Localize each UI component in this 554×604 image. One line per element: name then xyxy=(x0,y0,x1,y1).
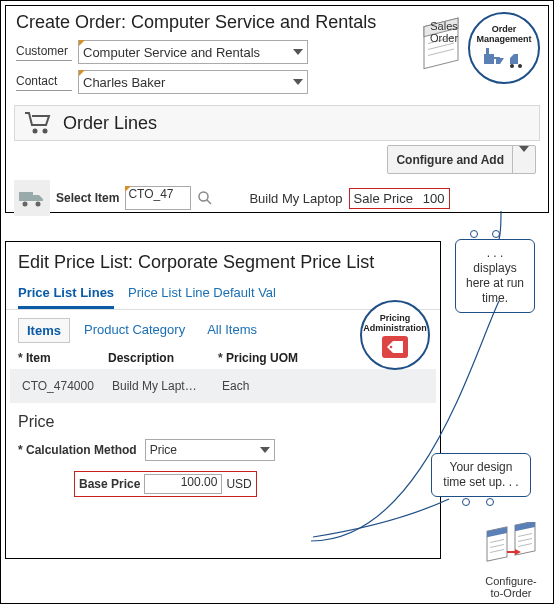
pricing-administration-badge: Pricing Administration xyxy=(360,300,430,370)
pricing-tag-icon xyxy=(382,336,408,358)
svg-point-14 xyxy=(510,64,514,68)
calc-method-value: Price xyxy=(150,443,177,457)
search-icon[interactable] xyxy=(197,190,213,206)
order-management-badge: Order Management xyxy=(468,12,540,84)
contact-label: Contact xyxy=(16,74,72,91)
callout-design: Your design time set up. . . xyxy=(431,453,531,497)
base-price-value: 100.00 xyxy=(181,475,218,489)
contact-value: Charles Baker xyxy=(83,75,165,90)
factory-truck-icon xyxy=(482,44,526,72)
table-row[interactable]: CTO_474000 Build My Lapt… Each xyxy=(10,369,436,403)
customer-label: Customer xyxy=(16,44,72,61)
col-pricing-uom: Pricing UOM xyxy=(218,351,328,365)
col-item: Item xyxy=(18,351,108,365)
tab-price-list-line-default[interactable]: Price List Line Default Val xyxy=(128,279,276,309)
build-my-laptop-label: Build My Laptop xyxy=(249,191,342,206)
edit-price-list-panel: Edit Price List: Corporate Segment Price… xyxy=(5,241,441,559)
sale-price-box: Sale Price 100 xyxy=(349,188,450,209)
svg-point-15 xyxy=(518,64,522,68)
subtab-items[interactable]: Items xyxy=(18,318,70,343)
truck-icon xyxy=(14,180,50,216)
currency-label: USD xyxy=(226,477,251,491)
configure-to-order-icon xyxy=(483,522,541,573)
cell-description: Build My Lapt… xyxy=(112,379,222,393)
sales-order-label: Sales Order xyxy=(424,20,464,44)
cell-uom: Each xyxy=(222,379,332,393)
svg-point-1 xyxy=(43,129,48,134)
col-description: Description xyxy=(108,351,218,365)
sale-price-value: 100 xyxy=(423,191,445,206)
base-price-box: Base Price 100.00 USD xyxy=(74,471,257,497)
svg-line-6 xyxy=(207,200,211,204)
order-management-label: Order Management xyxy=(476,24,531,44)
order-lines-header: Order Lines xyxy=(14,105,540,141)
svg-rect-2 xyxy=(19,192,33,201)
configure-to-order-label: Configure- to-Order xyxy=(475,575,547,599)
svg-point-5 xyxy=(199,192,208,201)
edit-price-list-title: Edit Price List: Corporate Segment Price… xyxy=(6,242,440,279)
contact-select[interactable]: Charles Baker xyxy=(78,70,308,94)
cart-icon xyxy=(23,110,55,136)
chevron-down-icon xyxy=(293,79,303,85)
tab-price-list-lines[interactable]: Price List Lines xyxy=(18,279,114,309)
calc-method-row: Calculation Method Price xyxy=(6,435,440,465)
calc-method-select[interactable]: Price xyxy=(145,439,275,461)
base-price-label: Base Price xyxy=(79,477,140,491)
configure-and-add-label: Configure and Add xyxy=(388,149,512,171)
chevron-down-icon xyxy=(260,447,270,453)
svg-point-3 xyxy=(23,202,28,207)
configure-and-add-split[interactable] xyxy=(512,146,535,173)
item-code-input[interactable]: CTO_47 xyxy=(125,186,191,210)
chevron-down-icon xyxy=(519,146,529,167)
item-row: Select Item CTO_47 Build My Laptop Sale … xyxy=(6,176,548,224)
subtab-all-items[interactable]: All Items xyxy=(199,318,265,343)
cell-item: CTO_474000 xyxy=(22,379,112,393)
svg-point-4 xyxy=(36,202,41,207)
customer-value: Computer Service and Rentals xyxy=(83,45,260,60)
customer-select[interactable]: Computer Service and Rentals xyxy=(78,40,308,64)
order-lines-title: Order Lines xyxy=(63,113,157,134)
svg-point-0 xyxy=(33,129,38,134)
configure-and-add-button[interactable]: Configure and Add xyxy=(387,145,536,174)
svg-rect-12 xyxy=(484,54,494,64)
base-price-input[interactable]: 100.00 xyxy=(144,474,222,494)
calc-method-label: Calculation Method xyxy=(18,443,137,457)
create-order-panel: Create Order: Computer Service and Renta… xyxy=(5,5,549,213)
svg-point-16 xyxy=(390,345,393,348)
pricing-administration-label: Pricing Administration xyxy=(363,313,427,333)
subtab-product-category[interactable]: Product Category xyxy=(76,318,193,343)
price-heading: Price xyxy=(6,403,440,435)
callout-runtime: . . . displays here at run time. xyxy=(455,239,535,313)
select-item-label: Select Item xyxy=(56,191,119,205)
chevron-down-icon xyxy=(293,49,303,55)
base-price-row: Base Price 100.00 USD xyxy=(6,465,440,507)
sale-price-label: Sale Price xyxy=(354,191,413,206)
item-code-value: CTO_47 xyxy=(128,187,173,201)
svg-rect-13 xyxy=(486,48,489,54)
configure-add-row: Configure and Add xyxy=(6,145,536,174)
